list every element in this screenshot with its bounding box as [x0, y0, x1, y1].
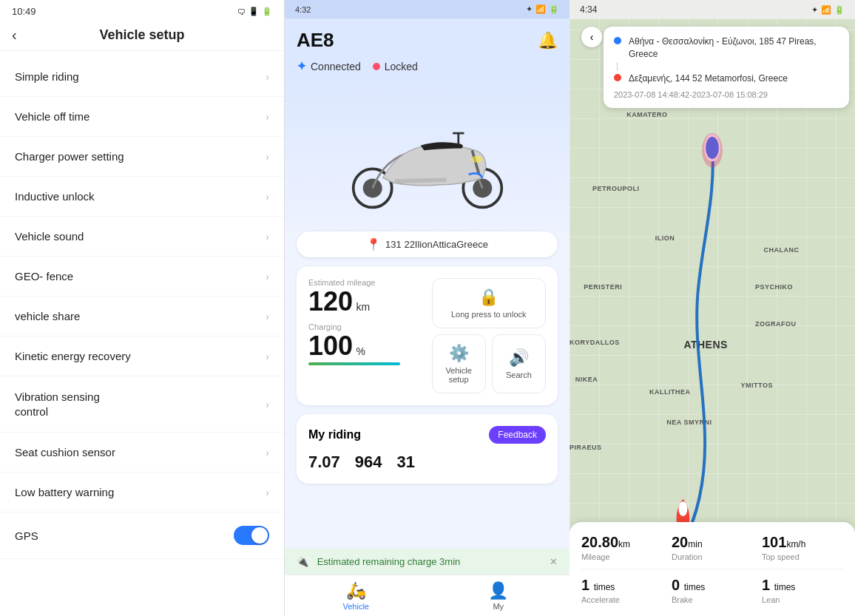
nav-vehicle-label: Vehicle	[343, 602, 369, 611]
bt-icon-3: ✦	[811, 5, 818, 15]
svg-point-9	[702, 133, 723, 168]
nav-tab-my[interactable]: 👤 My	[428, 575, 570, 616]
bell-icon[interactable]: 🔔	[538, 31, 558, 50]
stat-mileage: 20.80km Mileage	[581, 534, 663, 561]
route-connector	[617, 62, 618, 71]
menu-item-vehicle-sound[interactable]: Vehicle sound ›	[0, 217, 284, 257]
unlock-button[interactable]: 🔒 Long press to unlock	[432, 278, 547, 328]
route-dot-to	[614, 74, 621, 81]
status-icons-2: ✦ 📶 🔋	[526, 4, 559, 14]
feedback-button[interactable]: Feedback	[489, 426, 546, 444]
menu-item-vehicle-off-time[interactable]: Vehicle off time ›	[0, 97, 284, 137]
mileage-section: Estimated mileage 120 km	[308, 278, 423, 315]
status-bar-3: 4:34 ✦ 📶 🔋	[570, 0, 855, 19]
menu-list: Simple riding › Vehicle off time › Charg…	[0, 51, 284, 616]
vehicle-dashboard-panel: 4:32 ✦ 📶 🔋 AE8 🔔 ✦ Connected Locked	[285, 0, 570, 616]
top-speed-stat-label: Top speed	[762, 552, 800, 561]
status-icons-3: ✦ 📶 🔋	[811, 5, 845, 15]
menu-item-kinetic-energy[interactable]: Kinetic energy recovery ›	[0, 336, 284, 376]
gps-toggle[interactable]	[234, 526, 269, 545]
mileage-value: 120	[308, 286, 353, 317]
chevron-icon-inductive-unlock: ›	[266, 191, 269, 203]
status-icons-1: 🗨 📱 🔋	[237, 7, 272, 16]
bt-icon-2: ✦	[526, 4, 533, 14]
accelerate-stat-label: Accelerate	[581, 595, 620, 604]
mileage-value-row: 120 km	[308, 288, 423, 315]
menu-item-seat-cushion[interactable]: Seat cushion sensor ›	[0, 433, 284, 473]
stat-brake: 0 times Brake	[672, 577, 753, 604]
riding-stat-1: 7.07	[308, 453, 340, 472]
chevron-icon-geo-fence: ›	[266, 271, 269, 282]
location-icon: 📍	[366, 237, 381, 251]
menu-item-gps[interactable]: GPS	[0, 512, 284, 559]
menu-item-low-battery[interactable]: Low battery warning ›	[0, 473, 284, 512]
brake-stat-value: 0 times	[672, 577, 705, 594]
menu-item-geo-fence[interactable]: GEO- fence ›	[0, 257, 284, 297]
chevron-icon-simple-riding: ›	[266, 71, 269, 83]
time-1: 10:49	[12, 6, 36, 17]
battery-bar	[308, 362, 400, 365]
vehicle-setup-label: Vehiclesetup	[445, 366, 471, 384]
connected-label: Connected	[311, 61, 361, 72]
top-speed-stat-value: 101km/h	[762, 534, 805, 551]
bottom-nav: 🛵 Vehicle 👤 My	[285, 575, 570, 616]
connection-badges: ✦ Connected Locked	[285, 59, 570, 84]
locked-badge: Locked	[373, 61, 418, 72]
svg-point-3	[362, 178, 382, 197]
map-panel: 4:34 ✦ 📶 🔋 Αθήνα - Θεσσαλονίκη - Εύζωνοι…	[570, 0, 855, 616]
message-icon: 🗨	[237, 7, 246, 16]
menu-label-vehicle-share: vehicle share	[15, 310, 80, 322]
charge-notification: 🔌 Estimated remaining charge 3min ✕	[285, 549, 570, 575]
page-title: Vehicle setup	[12, 27, 272, 43]
charge-notification-text: Estimated remaining charge 3min	[317, 556, 461, 567]
my-riding-section: My riding Feedback 7.07 964 31	[297, 414, 558, 484]
vehicle-setup-panel: 10:49 🗨 📱 🔋 ‹ Vehicle setup Simple ridin…	[0, 0, 285, 616]
stats-grid-row2: 1 times Accelerate 0 times Brake 1 times…	[581, 577, 843, 604]
menu-item-inductive-unlock[interactable]: Inductive unlock ›	[0, 177, 284, 217]
menu-label-vehicle-sound: Vehicle sound	[15, 230, 84, 243]
charge-close-button[interactable]: ✕	[550, 556, 558, 567]
stat-left: Estimated mileage 120 km Charging 100 %	[308, 278, 423, 393]
chevron-icon-vibration-sensing: ›	[266, 399, 269, 410]
menu-item-vibration-sensing[interactable]: Vibration sensingcontrol ›	[0, 376, 284, 433]
menu-item-vehicle-share[interactable]: vehicle share ›	[0, 297, 284, 336]
chevron-icon-low-battery: ›	[266, 487, 269, 498]
time-2: 4:32	[295, 5, 311, 14]
charge-icon: 🔌	[297, 556, 308, 567]
svg-point-1	[473, 178, 492, 197]
chevron-icon-seat-cushion: ›	[266, 447, 269, 458]
gps-toggle-container	[234, 526, 269, 545]
nav-tab-vehicle[interactable]: 🛵 Vehicle	[285, 575, 428, 616]
charge-notification-content: 🔌 Estimated remaining charge 3min	[297, 556, 460, 567]
setup-header: ‹ Vehicle setup	[0, 20, 284, 51]
battery-icon-1: 🔋	[262, 7, 272, 16]
menu-item-simple-riding[interactable]: Simple riding ›	[0, 57, 284, 97]
charging-value-row: 100 %	[308, 333, 423, 359]
stats-divider	[581, 569, 843, 569]
back-button-map[interactable]: ‹	[581, 27, 602, 47]
stats-bottom-card: 20.80km Mileage 20min Duration 101km/h T…	[570, 522, 855, 616]
route-dot-from	[614, 37, 621, 44]
location-pill[interactable]: 📍 131 22IlionAtticaGreece	[297, 231, 558, 257]
search-button[interactable]: 🔊 Search	[492, 334, 546, 393]
charging-unit: %	[356, 345, 365, 357]
menu-label-charger-power: Charger power setting	[15, 150, 124, 163]
duration-stat-label: Duration	[672, 552, 703, 561]
vehicle-setup-button[interactable]: ⚙️ Vehiclesetup	[432, 334, 486, 393]
menu-label-geo-fence: GEO- fence	[15, 270, 73, 282]
stat-top-speed: 101km/h Top speed	[762, 534, 843, 561]
chevron-icon-vehicle-off-time: ›	[266, 111, 269, 123]
my-riding-title: My riding	[308, 428, 361, 441]
riding-stat-2: 964	[355, 453, 382, 472]
route-to-text: Δεξαμενής, 144 52 Metamorfosi, Greece	[629, 72, 788, 85]
back-button[interactable]: ‹	[12, 27, 17, 44]
mileage-unit: km	[356, 301, 371, 313]
lean-stat-label: Lean	[762, 595, 780, 604]
accelerate-stat-value: 1 times	[581, 577, 615, 594]
search-icon: 🔊	[509, 348, 529, 368]
status-bar-2: 4:32 ✦ 📶 🔋	[285, 0, 570, 18]
scooter-image	[331, 98, 524, 209]
menu-item-charger-power[interactable]: Charger power setting ›	[0, 137, 284, 177]
riding-stat-3: 31	[397, 453, 415, 472]
vehicle-nav-icon: 🛵	[346, 581, 366, 600]
